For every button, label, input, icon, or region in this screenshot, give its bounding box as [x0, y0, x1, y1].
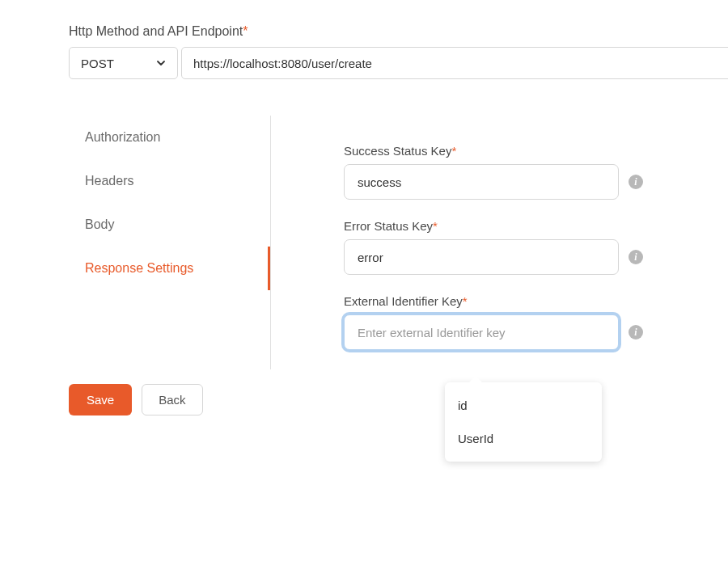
main-area: Authorization Headers Body Response Sett… — [69, 116, 728, 369]
footer-buttons: Save Back — [69, 384, 728, 415]
tabs-sidebar: Authorization Headers Body Response Sett… — [69, 116, 271, 369]
tab-response-settings[interactable]: Response Settings — [69, 247, 270, 290]
error-key-input[interactable] — [344, 239, 619, 275]
info-icon[interactable]: i — [629, 250, 643, 264]
info-icon[interactable]: i — [629, 175, 643, 189]
method-row: POST — [69, 47, 728, 79]
dropdown-item-userid[interactable]: UserId — [445, 422, 602, 455]
chevron-down-icon — [156, 58, 166, 68]
tab-body[interactable]: Body — [69, 203, 270, 247]
tab-headers[interactable]: Headers — [69, 159, 270, 203]
http-method-select[interactable]: POST — [69, 47, 178, 79]
external-key-dropdown: id UserId — [445, 382, 602, 462]
error-key-row: i — [344, 239, 728, 275]
save-button[interactable]: Save — [69, 384, 132, 415]
required-star: * — [243, 24, 248, 38]
tab-authorization[interactable]: Authorization — [69, 116, 270, 159]
error-key-group: Error Status Key* i — [344, 219, 728, 275]
external-key-label: External Identifier Key* — [344, 294, 728, 308]
info-icon[interactable]: i — [629, 325, 643, 340]
api-endpoint-input[interactable] — [181, 47, 728, 79]
external-key-input[interactable] — [344, 314, 619, 350]
content-panel: Success Status Key* i Error Status Key* … — [271, 116, 728, 369]
http-method-value: POST — [81, 57, 114, 70]
success-key-input[interactable] — [344, 164, 619, 200]
back-button[interactable]: Back — [142, 384, 202, 415]
dropdown-item-id[interactable]: id — [445, 389, 602, 422]
external-key-row: i — [344, 314, 728, 350]
external-key-group: External Identifier Key* i — [344, 294, 728, 350]
success-key-row: i — [344, 164, 728, 200]
success-key-group: Success Status Key* i — [344, 144, 728, 200]
method-endpoint-label: Http Method and API Endpoint* — [69, 24, 728, 39]
success-key-label: Success Status Key* — [344, 144, 728, 158]
error-key-label: Error Status Key* — [344, 219, 728, 233]
